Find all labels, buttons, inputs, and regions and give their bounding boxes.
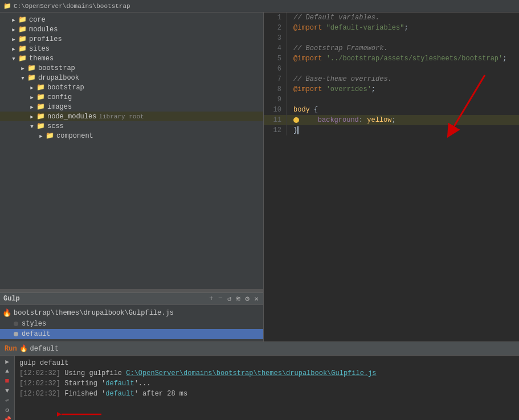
arrow-sites <box>9 45 18 53</box>
code-line-2: 2 @import "default-variables"; <box>264 23 519 33</box>
label-profiles: profiles <box>29 35 62 43</box>
gulp-add-btn[interactable]: + <box>208 294 215 303</box>
tree-item-themes-bootstrap[interactable]: 📁 bootstrap <box>0 63 263 73</box>
tree-item-db-scss[interactable]: 📁 scss <box>0 121 263 131</box>
folder-profiles-icon: 📁 <box>18 35 27 43</box>
gulp-panel: Gulp + − ↺ ≋ ⚙ ✕ 🔥 bootstrap\themes\drup… <box>0 292 263 341</box>
gulp-task-styles[interactable]: styles <box>0 319 263 329</box>
gulp-close-btn[interactable]: ✕ <box>253 294 260 303</box>
line-content-6 <box>287 64 519 74</box>
arrow-db-component <box>36 132 46 140</box>
line-num-2: 2 <box>264 23 287 33</box>
label-db-node_modules: node_modules <box>47 113 96 121</box>
code-line-6: 6 <box>264 64 519 74</box>
run-log: gulp default [12:02:32] Using gulpfile C… <box>15 356 519 420</box>
line-num-7: 7 <box>264 74 287 84</box>
tree-item-db-component[interactable]: 📁 component <box>0 131 263 141</box>
line-num-1: 1 <box>264 13 287 23</box>
node_modules-badge: library root <box>99 113 144 120</box>
code-line-9: 9 <box>264 94 519 105</box>
bottom-panel: Run 🔥 default ▶ ▲ ■ ▼ ⏎ ⚙ 📌 gulp default… <box>0 341 519 420</box>
gulp-remove-btn[interactable]: − <box>217 294 224 303</box>
line-content-2: @import "default-variables"; <box>287 23 519 33</box>
gulp-file-label: bootstrap\themes\drupalbook\Gulpfile.js <box>14 309 174 317</box>
tree-item-sites[interactable]: 📁 sites <box>0 44 263 53</box>
arrow-core <box>9 16 18 24</box>
run-pin-btn[interactable]: 📌 <box>2 416 13 420</box>
root-path: C:\OpenServer\domains\bootstrap <box>14 3 130 10</box>
tree-item-core[interactable]: 📁 core <box>0 15 263 24</box>
gulp-styles-dot <box>14 322 18 326</box>
tree-item-db-images[interactable]: 📁 images <box>0 102 263 112</box>
code-line-11: 11 background: yellow; <box>264 115 519 125</box>
gulp-refresh-btn[interactable]: ↺ <box>226 294 233 303</box>
label-db-images: images <box>47 103 72 111</box>
line-content-1: // Default variables. <box>287 13 519 23</box>
code-line-1: 1 // Default variables. <box>264 13 519 23</box>
left-panel: 📁 core 📁 modules 📁 profiles � <box>0 13 264 341</box>
log-line-2: [12:02:32] Using gulpfile C:\OpenServer\… <box>19 368 514 378</box>
code-line-4: 4 // Bootstrap Framework. <box>264 43 519 53</box>
line-num-4: 4 <box>264 43 287 53</box>
code-editor: 1 // Default variables. 2 @import "defau… <box>264 13 519 341</box>
tree-item-profiles[interactable]: 📁 profiles <box>0 34 263 44</box>
log-line-4: [12:02:32] Finished 'default' after 28 m… <box>19 389 514 420</box>
line-content-9 <box>287 94 519 105</box>
run-scroll-down-btn[interactable]: ▼ <box>2 388 13 394</box>
label-modules: modules <box>29 26 58 34</box>
arrow-themes <box>9 55 18 63</box>
arrow-themes-bootstrap <box>18 64 27 72</box>
line-content-8: @import 'overrides'; <box>287 84 519 94</box>
gulp-settings-btn[interactable]: ⚙ <box>244 294 251 303</box>
line-num-12: 12 <box>264 125 287 135</box>
arrow-drupalbook <box>18 74 27 82</box>
label-sites: sites <box>29 45 50 53</box>
line-content-3 <box>287 33 519 43</box>
folder-modules-icon: 📁 <box>18 25 27 34</box>
arrow-db-images <box>27 103 36 111</box>
label-drupalbook: drupalbook <box>38 74 79 82</box>
run-wrap-btn[interactable]: ⏎ <box>2 397 13 404</box>
tree-item-db-node_modules[interactable]: 📁 node_modules library root <box>0 112 263 121</box>
line-num-11: 11 <box>264 115 287 125</box>
run-title: default <box>30 345 59 353</box>
run-settings2-btn[interactable]: ⚙ <box>2 406 13 414</box>
tree-item-drupalbook[interactable]: 📁 drupalbook <box>0 73 263 83</box>
folder-db-component-icon: 📁 <box>46 131 54 140</box>
text-cursor <box>297 126 299 134</box>
run-body: ▶ ▲ ■ ▼ ⏎ ⚙ 📌 gulp default [12:02:32] Us… <box>0 356 519 420</box>
code-lines: 1 // Default variables. 2 @import "defau… <box>264 13 519 135</box>
line-content-11: background: yellow; <box>287 115 519 125</box>
line-content-7: // Base-theme overrides. <box>287 74 519 84</box>
line-num-5: 5 <box>264 53 287 64</box>
tree-item-modules[interactable]: 📁 modules <box>0 24 263 34</box>
run-scroll-up-btn[interactable]: ▲ <box>2 368 13 374</box>
run-stop-btn[interactable]: ■ <box>2 377 13 385</box>
gulp-title: Gulp <box>3 295 20 303</box>
folder-themes-icon: 📁 <box>18 54 27 63</box>
line-num-8: 8 <box>264 84 287 94</box>
arrow-modules <box>9 26 18 34</box>
gulp-file-item[interactable]: 🔥 bootstrap\themes\drupalbook\Gulpfile.j… <box>0 307 263 319</box>
gulp-tree: 🔥 bootstrap\themes\drupalbook\Gulpfile.j… <box>0 305 263 341</box>
tree-item-db-bootstrap[interactable]: 📁 bootstrap <box>0 83 263 92</box>
gulp-toolbar: + − ↺ ≋ ⚙ ✕ <box>208 294 260 303</box>
gulp-task-default[interactable]: default <box>0 329 263 339</box>
label-themes-bootstrap: bootstrap <box>38 64 75 72</box>
gulp-filter-btn[interactable]: ≋ <box>235 294 242 303</box>
run-fire-icon: 🔥 <box>19 344 28 353</box>
folder-db-bootstrap-icon: 📁 <box>36 83 45 92</box>
line-num-6: 6 <box>264 64 287 74</box>
gulp-styles-label: styles <box>22 320 46 328</box>
yellow-bullet <box>293 117 299 123</box>
label-core: core <box>29 16 46 24</box>
log-red-arrow <box>57 410 103 419</box>
log-line-1: gulp default <box>19 358 514 368</box>
label-db-component: component <box>56 132 93 140</box>
run-restart-btn[interactable]: ▶ <box>2 358 13 365</box>
tree-item-db-config[interactable]: 📁 config <box>0 92 263 102</box>
tree-item-themes[interactable]: 📁 themes <box>0 53 263 63</box>
arrow-db-scss <box>27 122 36 130</box>
line-content-10: body { <box>287 105 519 115</box>
gulp-default-label: default <box>22 330 50 338</box>
